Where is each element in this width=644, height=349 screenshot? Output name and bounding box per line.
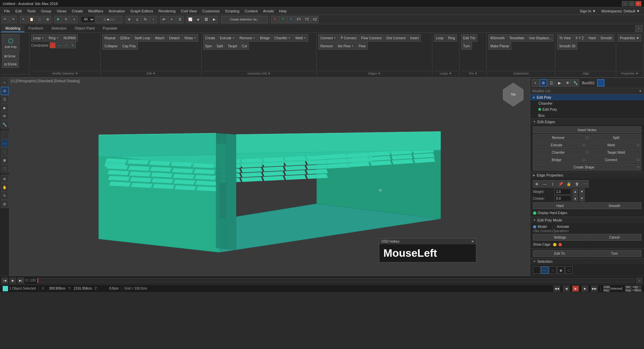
connect-settings-icon[interactable]: □ (635, 156, 641, 163)
cap-poly-button[interactable]: Cap Poly (120, 42, 138, 50)
select-object-button[interactable]: ↖ (20, 16, 27, 23)
swift-loop-button[interactable]: Swift Loop (132, 34, 152, 42)
modifier-edit-poly-active[interactable]: ▶ Edit Poly (530, 94, 644, 100)
rectangular-select-button[interactable]: □ (36, 16, 43, 23)
extrude-button[interactable]: Extrude ▼ (218, 34, 237, 42)
split-button-rp[interactable]: Split (591, 134, 642, 141)
menu-graph-editors[interactable]: Graph Editors (128, 8, 156, 14)
insert2-button[interactable]: Insert (408, 34, 421, 42)
lt-edge-button[interactable]: — (1, 139, 9, 147)
lt-display-button[interactable]: 👁 (1, 112, 9, 120)
osd-close-icon[interactable]: ✕ (471, 240, 474, 243)
create-shape-button[interactable]: Create Shape (533, 164, 635, 170)
weld-button[interactable]: Weld ▼ (293, 34, 308, 42)
tab-freeform[interactable]: Freeform (24, 25, 48, 32)
shrink-button[interactable]: ⊟ Shrink (2, 60, 19, 68)
set-flow-button[interactable]: Set Flow ▼ (335, 42, 356, 50)
settings-button[interactable]: Settings (533, 234, 587, 241)
ring2-button[interactable]: Ring (446, 34, 457, 42)
qslice-button[interactable]: QSlice (118, 34, 132, 42)
extrude-settings-icon[interactable]: □ (581, 142, 587, 148)
smooth-button-rp[interactable]: Smooth (588, 202, 642, 209)
menu-customize[interactable]: Customize (200, 8, 222, 14)
msmooth-button[interactable]: MSmooth (488, 34, 507, 42)
percent-snap-button[interactable]: % (142, 16, 149, 23)
sel-edge-icon[interactable]: — (541, 266, 548, 274)
lt-vertex-button[interactable]: · (1, 131, 9, 139)
rp-motion-icon[interactable]: ▶ (556, 79, 563, 87)
menu-arnold[interactable]: Arnold (260, 8, 276, 14)
lt-hierarchy-button[interactable]: ☲ (1, 95, 9, 103)
select-filter-button[interactable]: ⬡ ■ □ □ (96, 16, 122, 23)
rp-color-swatch[interactable] (597, 79, 604, 87)
ep-edge-icon[interactable]: — (541, 180, 548, 188)
next-frame-button[interactable]: ▶▶ (591, 286, 598, 292)
edit-poly-mode-header[interactable]: ▼ Edit Poly Mode (530, 217, 644, 223)
create-shape-settings-icon[interactable]: □ (636, 164, 641, 170)
lt-modify-button[interactable]: ⚙ (1, 87, 9, 95)
edit-tri-button[interactable]: Edit Tri. (533, 250, 587, 257)
tl-prev-button[interactable]: |◀ (1, 278, 8, 284)
extrude-button-rp[interactable]: Extrude (533, 142, 580, 148)
flow-connect-button[interactable]: Flow Connect (359, 34, 384, 42)
maximize-button[interactable]: □ (629, 1, 635, 6)
lt-maximize-button[interactable]: ⊞ (1, 200, 9, 208)
material-editor-button[interactable]: ◈ (195, 16, 202, 23)
rp-create-icon[interactable]: + (532, 79, 539, 87)
edit-edges-section-header[interactable]: ▼ Edit Edges (530, 118, 644, 125)
move-button[interactable]: ✥ (54, 16, 62, 23)
select-by-name-button[interactable]: 📋 (28, 16, 35, 23)
properties-button[interactable]: Properties ▼ (618, 34, 641, 42)
ep-border-icon[interactable]: | (549, 180, 556, 188)
viewport[interactable]: [+] [Orthographic] [Standard] [Default S… (9, 78, 530, 276)
timeline-track[interactable] (37, 278, 635, 283)
cage-yellow-dot[interactable] (553, 243, 556, 246)
render-button[interactable]: ▶ (211, 16, 218, 23)
selection-section-header[interactable]: ▼ Selection (530, 258, 644, 264)
xyz-align-button[interactable]: X Y Z (574, 34, 586, 42)
tab-object-paint[interactable]: Object Paint (71, 25, 99, 32)
attach-button[interactable]: Attach (153, 34, 166, 42)
xy-plane-button[interactable]: XY (295, 16, 303, 23)
tl-play-button[interactable]: ▶ (9, 278, 16, 284)
chamfer-button-rp[interactable]: Chamfer (533, 149, 584, 156)
set-key-button[interactable]: Set Key (625, 286, 632, 292)
tab-modeling[interactable]: Modeling (1, 25, 24, 32)
hard-button[interactable]: Hard (586, 34, 598, 42)
prev-key-button[interactable]: ◀ (563, 286, 570, 292)
cancel-button[interactable]: Cancel (588, 234, 642, 241)
weight-input[interactable] (554, 189, 571, 195)
rotate-button[interactable]: ↻ (62, 16, 70, 23)
remove-btn[interactable]: Remove ▼ (237, 34, 257, 42)
create-button[interactable]: Create (203, 34, 217, 42)
target-button[interactable]: Target (226, 42, 239, 50)
menu-animation[interactable]: Animation (106, 8, 128, 14)
crease-up-icon[interactable]: ▲ (573, 195, 578, 201)
pconnect-button[interactable]: P Connect (339, 34, 359, 42)
sel-face-icon[interactable]: ◼ (557, 266, 565, 274)
animate-radio[interactable] (552, 225, 555, 229)
constraint-c2[interactable]: — (56, 42, 62, 48)
smooth30-button[interactable]: Smooth 30 (557, 42, 577, 50)
minimize-button[interactable]: − (622, 1, 628, 6)
next-key-button[interactable]: ▶ (582, 286, 588, 292)
menu-modifiers[interactable]: Modifiers (86, 8, 106, 14)
remove2-button[interactable]: Remove (318, 42, 335, 50)
angle-snap-button[interactable]: ∠ (133, 16, 141, 23)
ep-pin-icon[interactable]: 📌 (557, 180, 565, 188)
flow-button[interactable]: Flow (357, 42, 368, 50)
remove-settings-icon[interactable]: □ (584, 134, 590, 141)
hard-button-rp[interactable]: Hard (533, 202, 587, 209)
lt-create-button[interactable]: + (1, 79, 9, 87)
loop2-button[interactable]: Loop (434, 34, 445, 42)
modifier-edit-poly-2[interactable]: Edit Poly (530, 106, 644, 112)
modifier-box[interactable]: Box (530, 112, 644, 118)
relax-button[interactable]: Relax ▼ (182, 34, 199, 42)
prev-frame-button[interactable]: ◀◀ (553, 286, 560, 292)
dist-connect-button[interactable]: Dist Connect (384, 34, 408, 42)
sel-vertex-icon[interactable]: · (533, 266, 540, 274)
rp-modify-icon[interactable]: ⚙ (540, 79, 547, 87)
key-filters-button[interactable]: Key Filters... (635, 286, 641, 292)
graph-editors-button[interactable]: 📈 (186, 16, 194, 23)
menu-scripting[interactable]: Scripting (222, 8, 242, 14)
